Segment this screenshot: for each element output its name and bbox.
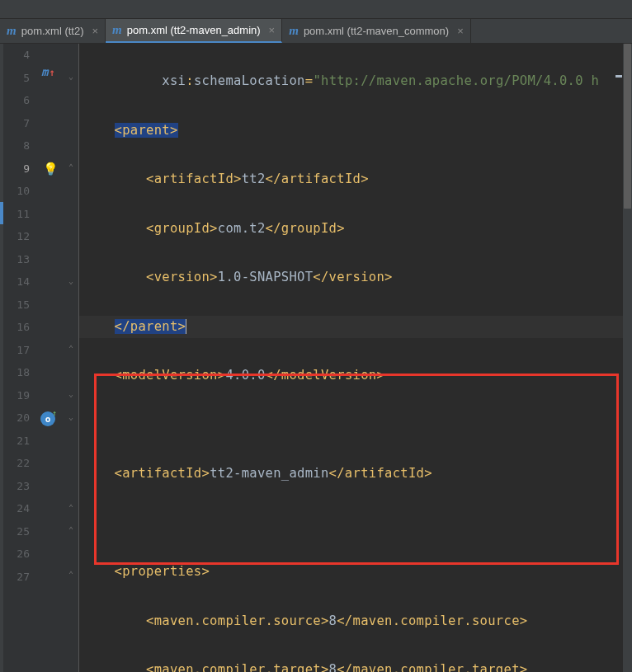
line-number: 22 bbox=[0, 452, 38, 475]
line-number: 27 bbox=[0, 566, 38, 589]
fold-strip: ⌄ ⌃ ⌄ ⌃ ⌄ ⌄ ⌃ ⌃ ⌃ bbox=[64, 44, 79, 672]
intention-bulb-icon[interactable]: 💡 bbox=[43, 162, 59, 176]
line-number: 20 bbox=[0, 406, 38, 430]
code-line: <artifactId>tt2</artifactId> bbox=[79, 168, 632, 191]
line-number: 18 bbox=[0, 361, 38, 384]
line-number: 6 bbox=[0, 89, 38, 112]
line-number: 19 bbox=[0, 384, 38, 407]
fold-end[interactable]: ⌃ bbox=[67, 162, 75, 172]
line-number: 14 bbox=[0, 270, 38, 294]
tab-label: pom.xml (tt2-maven_common) bbox=[304, 25, 449, 37]
code-line: <groupId>com.t2</groupId> bbox=[79, 218, 632, 241]
code-line: <version>1.0-SNAPSHOT</version> bbox=[79, 266, 632, 289]
line-number: 17 bbox=[0, 339, 38, 362]
line-number: 12 bbox=[0, 225, 38, 248]
maven-icon: m bbox=[7, 24, 17, 38]
line-number: 15 bbox=[0, 294, 38, 317]
maven-icon: m bbox=[289, 24, 299, 38]
line-number: 25 bbox=[0, 520, 38, 543]
code-line: <properties> bbox=[79, 561, 632, 584]
tab-pom-admin[interactable]: m pom.xml (tt2-maven_admin) × bbox=[106, 19, 282, 43]
line-number: 8 bbox=[0, 134, 38, 157]
left-edge bbox=[0, 44, 3, 672]
scrollbar-thumb[interactable] bbox=[624, 44, 631, 209]
code-line: <maven.compiler.source>8</maven.compiler… bbox=[79, 610, 632, 633]
line-number: 7 bbox=[0, 112, 38, 135]
close-icon[interactable]: × bbox=[269, 24, 276, 36]
close-icon[interactable]: × bbox=[457, 25, 464, 37]
line-number: 13 bbox=[0, 248, 38, 271]
line-number: 11 bbox=[0, 203, 38, 226]
editor: 4 5 6 7 8 9 10 11 12 13 14 15 16 17 18 1… bbox=[0, 44, 632, 672]
code-line: <modelVersion>4.0.0</modelVersion> bbox=[79, 364, 632, 388]
line-number: 16 bbox=[0, 316, 38, 339]
marker[interactable] bbox=[615, 75, 622, 78]
code-line: xsi:schemaLocation="http://maven.apache.… bbox=[79, 70, 632, 93]
tab-label: pom.xml (tt2) bbox=[21, 25, 84, 37]
code-line: <artifactId>tt2-maven_admin</artifactId> bbox=[79, 463, 632, 486]
line-number: 23 bbox=[0, 475, 38, 498]
line-number: 5 bbox=[0, 67, 38, 90]
fold-toggle[interactable]: ⌄ bbox=[67, 412, 75, 421]
fold-toggle[interactable]: ⌄ bbox=[67, 276, 75, 285]
fold-toggle[interactable]: ⌄ bbox=[67, 389, 75, 398]
error-stripe[interactable] bbox=[615, 44, 623, 672]
fold-end[interactable]: ⌃ bbox=[67, 503, 75, 512]
maven-icon: m bbox=[112, 23, 122, 37]
fold-toggle[interactable]: ⌄ bbox=[67, 72, 75, 81]
line-number: 9 bbox=[0, 157, 38, 181]
close-icon[interactable]: × bbox=[92, 25, 99, 37]
fold-end[interactable]: ⌃ bbox=[67, 525, 75, 534]
line-number: 24 bbox=[0, 497, 38, 520]
tab-pom-tt2[interactable]: m pom.xml (tt2) × bbox=[0, 19, 106, 43]
window-top-strip bbox=[0, 0, 632, 19]
code-line: <maven.compiler.target>8</maven.compiler… bbox=[79, 659, 632, 672]
fold-end[interactable]: ⌃ bbox=[67, 344, 75, 353]
code-line-current: </parent> bbox=[79, 316, 632, 339]
code-line bbox=[79, 414, 632, 437]
line-number-gutter[interactable]: 4 5 6 7 8 9 10 11 12 13 14 15 16 17 18 1… bbox=[0, 44, 38, 672]
vertical-scrollbar[interactable] bbox=[623, 44, 632, 672]
line-number: 26 bbox=[0, 543, 38, 566]
tab-pom-common[interactable]: m pom.xml (tt2-maven_common) × bbox=[282, 19, 471, 43]
change-marker bbox=[0, 202, 3, 224]
dependency-nav-icon[interactable]: o bbox=[40, 411, 55, 426]
code-area[interactable]: xsi:schemaLocation="http://maven.apache.… bbox=[79, 44, 632, 672]
code-line: <parent> bbox=[79, 120, 632, 143]
gutter-icon-strip: m 💡 o bbox=[38, 44, 64, 672]
line-number: 21 bbox=[0, 430, 38, 453]
tab-label: pom.xml (tt2-maven_admin) bbox=[127, 24, 261, 36]
line-number: 4 bbox=[0, 44, 38, 67]
editor-tab-bar: m pom.xml (tt2) × m pom.xml (tt2-maven_a… bbox=[0, 19, 632, 44]
line-number: 10 bbox=[0, 180, 38, 203]
fold-end[interactable]: ⌃ bbox=[67, 570, 75, 579]
maven-up-icon[interactable]: m bbox=[41, 65, 55, 78]
code-line bbox=[79, 512, 632, 535]
